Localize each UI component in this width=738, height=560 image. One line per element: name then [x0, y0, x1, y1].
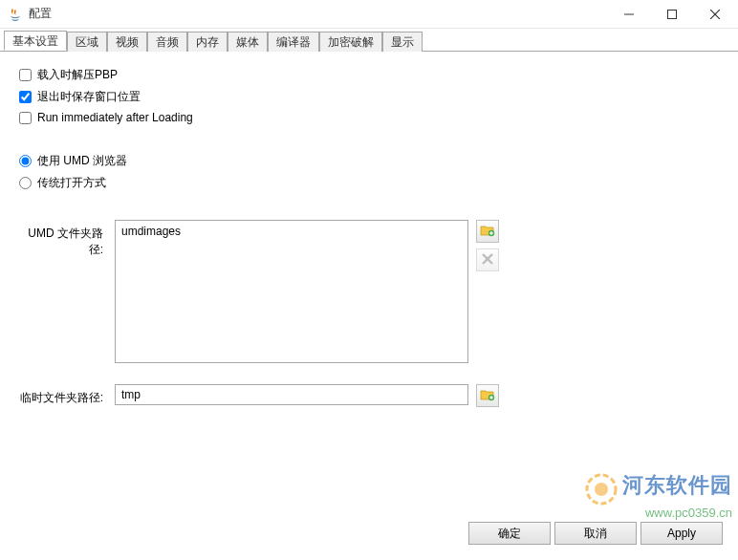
- tab-audio[interactable]: 音频: [147, 32, 187, 52]
- tmp-path-row: 临时文件夹路径:: [19, 384, 719, 407]
- java-icon: [8, 7, 23, 22]
- checkbox-save-window-pos[interactable]: [19, 91, 32, 103]
- apply-button[interactable]: Apply: [640, 522, 723, 545]
- tab-content: 载入时解压PBP 退出时保存窗口位置 Run immediately after…: [0, 52, 738, 430]
- ok-button[interactable]: 确定: [468, 522, 551, 545]
- dialog-button-bar: 确定 取消 Apply: [468, 522, 723, 545]
- remove-icon: [481, 252, 494, 269]
- window-controls: [607, 0, 736, 29]
- checkbox-unpack-pbp[interactable]: [19, 69, 32, 81]
- tab-strip: 基本设置 区域 视频 音频 内存 媒体 编译器 加密破解 显示: [0, 31, 738, 52]
- svg-point-12: [587, 475, 616, 504]
- tab-video[interactable]: 视频: [107, 32, 147, 52]
- radio-classic-open[interactable]: [19, 177, 32, 189]
- checkbox-unpack-pbp-row: 载入时解压PBP: [19, 67, 719, 83]
- watermark-logo-icon: [585, 473, 618, 506]
- umd-path-label: UMD 文件夹路径:: [19, 220, 115, 258]
- checkbox-run-immediately-row: Run immediately after Loading: [19, 111, 719, 124]
- radio-umd-browser-row: 使用 UMD 浏览器: [19, 153, 719, 169]
- tab-media[interactable]: 媒体: [228, 32, 268, 52]
- watermark: 河东软件园 www.pc0359.cn: [585, 471, 732, 520]
- checkbox-run-immediately[interactable]: [19, 112, 32, 124]
- umd-path-buttons: [476, 220, 499, 271]
- tmp-path-input[interactable]: [115, 384, 468, 405]
- close-button[interactable]: [693, 0, 736, 29]
- checkbox-run-immediately-label: Run immediately after Loading: [37, 111, 193, 124]
- tab-basic-settings[interactable]: 基本设置: [4, 31, 67, 51]
- tab-compiler[interactable]: 编译器: [268, 32, 319, 52]
- radio-classic-open-row: 传统打开方式: [19, 175, 719, 191]
- folder-add-icon: [480, 223, 495, 241]
- titlebar: 配置: [0, 0, 738, 29]
- add-folder-button[interactable]: [476, 220, 499, 243]
- umd-path-input[interactable]: [115, 220, 468, 363]
- maximize-button[interactable]: [650, 0, 693, 29]
- checkbox-unpack-pbp-label: 载入时解压PBP: [37, 67, 118, 83]
- tab-memory[interactable]: 内存: [187, 32, 228, 52]
- minimize-button[interactable]: [607, 0, 650, 29]
- umd-path-row: UMD 文件夹路径:: [19, 220, 719, 363]
- watermark-url: www.pc0359.cn: [585, 506, 732, 520]
- checkbox-save-window-pos-label: 退出时保存窗口位置: [37, 89, 141, 105]
- tab-region[interactable]: 区域: [67, 32, 107, 52]
- browse-tmp-folder-button[interactable]: [476, 384, 499, 407]
- radio-umd-browser-label: 使用 UMD 浏览器: [37, 153, 127, 169]
- tab-display[interactable]: 显示: [382, 32, 423, 52]
- watermark-name: 河东软件园: [622, 473, 732, 497]
- tmp-path-label: 临时文件夹路径:: [19, 384, 115, 406]
- radio-umd-browser[interactable]: [19, 155, 32, 167]
- svg-rect-1: [667, 10, 676, 18]
- cancel-button[interactable]: 取消: [554, 522, 637, 545]
- tmp-path-buttons: [476, 384, 499, 407]
- window-title: 配置: [29, 6, 607, 22]
- checkbox-save-window-pos-row: 退出时保存窗口位置: [19, 89, 719, 105]
- remove-folder-button[interactable]: [476, 248, 499, 271]
- radio-classic-open-label: 传统打开方式: [37, 175, 106, 191]
- tab-crypto[interactable]: 加密破解: [319, 32, 382, 52]
- folder-add-icon: [480, 387, 495, 405]
